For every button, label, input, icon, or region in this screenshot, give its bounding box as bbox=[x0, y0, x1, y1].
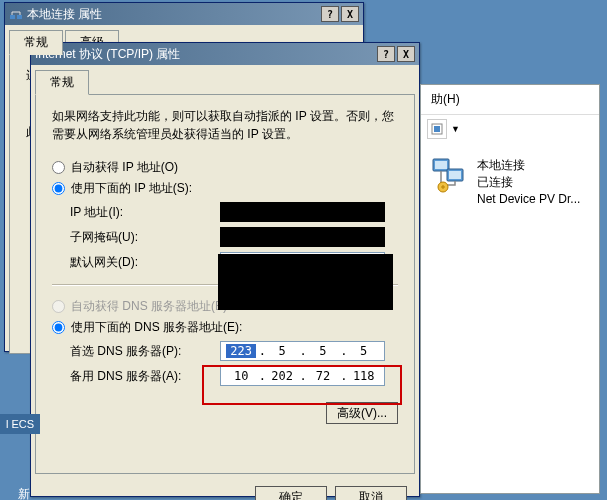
label-ip: IP 地址(I): bbox=[70, 204, 220, 221]
svg-rect-7 bbox=[449, 171, 461, 179]
cancel-button[interactable]: 取消 bbox=[335, 486, 407, 500]
network-icon bbox=[9, 7, 23, 21]
help-menu-fragment[interactable]: 助(H) bbox=[421, 85, 599, 115]
label-mask: 子网掩码(U): bbox=[70, 229, 220, 246]
connection-device: Net Device PV Dr... bbox=[477, 191, 580, 208]
ok-button[interactable]: 确定 bbox=[255, 486, 327, 500]
help-button[interactable]: ? bbox=[377, 46, 395, 62]
tcpip-title: Internet 协议 (TCP/IP) 属性 bbox=[35, 46, 377, 63]
svg-rect-1 bbox=[17, 15, 22, 19]
radio-auto-ip-label[interactable]: 自动获得 IP 地址(O) bbox=[71, 159, 178, 176]
parent-title: 本地连接 属性 bbox=[27, 6, 321, 23]
dns1-input[interactable]: 223. 5. 5. 5 bbox=[220, 341, 385, 361]
svg-rect-5 bbox=[435, 161, 447, 169]
connection-item[interactable]: 本地连接 已连接 Net Device PV Dr... bbox=[431, 157, 589, 207]
connection-name: 本地连接 bbox=[477, 157, 580, 174]
toolbar-dropdown-icon[interactable]: ▼ bbox=[451, 124, 460, 134]
radio-auto-ip-row[interactable]: 自动获得 IP 地址(O) bbox=[52, 159, 398, 176]
connection-status: 已连接 bbox=[477, 174, 580, 191]
dns2-input[interactable]: 10. 202. 72. 118 bbox=[220, 366, 385, 386]
subnet-mask-input[interactable] bbox=[220, 227, 385, 247]
label-dns1: 首选 DNS 服务器(P): bbox=[70, 343, 220, 360]
svg-rect-0 bbox=[10, 15, 15, 19]
description-text: 如果网络支持此功能，则可以获取自动指派的 IP 设置。否则，您需要从网络系统管理… bbox=[52, 107, 398, 143]
toolbar-fragment: ▼ bbox=[421, 115, 599, 143]
radio-auto-ip[interactable] bbox=[52, 161, 65, 174]
radio-manual-ip-label[interactable]: 使用下面的 IP 地址(S): bbox=[71, 180, 192, 197]
xin-fragment: 新 bbox=[18, 486, 30, 500]
label-dns2: 备用 DNS 服务器(A): bbox=[70, 368, 220, 385]
radio-manual-dns[interactable] bbox=[52, 321, 65, 334]
ecs-fragment: l ECS bbox=[0, 414, 40, 434]
advanced-button[interactable]: 高级(V)... bbox=[326, 402, 398, 424]
tab-general-parent[interactable]: 常规 bbox=[9, 30, 63, 55]
connections-panel: 助(H) ▼ 本地连接 已连接 Net Devic bbox=[420, 84, 600, 494]
radio-manual-dns-row[interactable]: 使用下面的 DNS 服务器地址(E): bbox=[52, 319, 398, 336]
svg-rect-3 bbox=[434, 126, 440, 132]
redaction-block bbox=[218, 254, 393, 310]
parent-titlebar[interactable]: 本地连接 属性 ? X bbox=[5, 3, 363, 25]
radio-auto-dns-label: 自动获得 DNS 服务器地址(B) bbox=[71, 298, 227, 315]
tab-general[interactable]: 常规 bbox=[35, 70, 89, 95]
tcpip-titlebar[interactable]: Internet 协议 (TCP/IP) 属性 ? X bbox=[31, 43, 419, 65]
radio-manual-ip-row[interactable]: 使用下面的 IP 地址(S): bbox=[52, 180, 398, 197]
ip-address-input[interactable] bbox=[220, 202, 385, 222]
close-button[interactable]: X bbox=[397, 46, 415, 62]
radio-manual-ip[interactable] bbox=[52, 182, 65, 195]
radio-auto-dns bbox=[52, 300, 65, 313]
label-gateway: 默认网关(D): bbox=[70, 254, 220, 271]
help-button[interactable]: ? bbox=[321, 6, 339, 22]
close-button[interactable]: X bbox=[341, 6, 359, 22]
connection-icon bbox=[431, 157, 469, 193]
radio-manual-dns-label[interactable]: 使用下面的 DNS 服务器地址(E): bbox=[71, 319, 242, 336]
toolbar-icon[interactable] bbox=[427, 119, 447, 139]
